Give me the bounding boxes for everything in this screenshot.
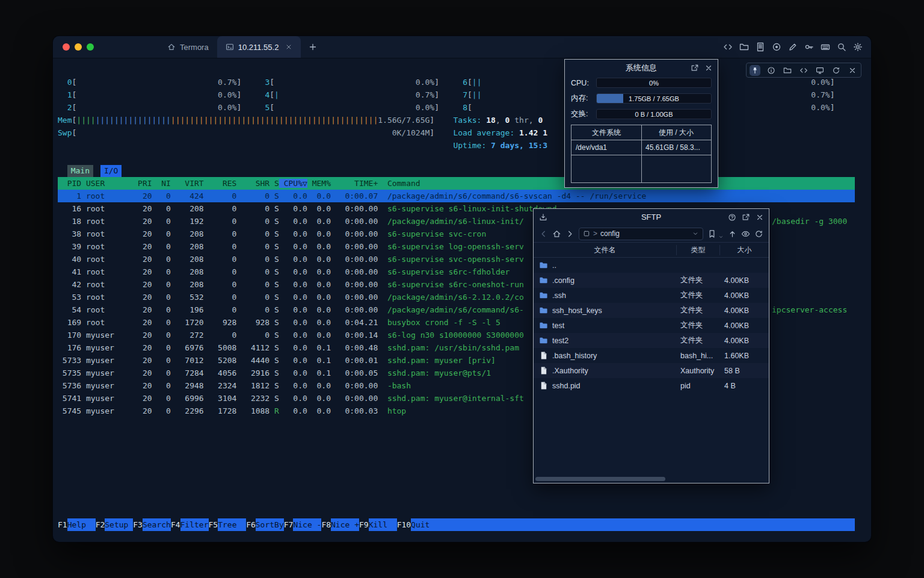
folder-icon: [539, 321, 548, 330]
swap-row: 交换: 0 B / 1.00GB: [571, 109, 712, 119]
file-type: pid: [676, 382, 719, 390]
fn-f4-filter[interactable]: Filter: [180, 518, 209, 531]
fn-f1-help[interactable]: Help: [67, 518, 96, 531]
info-icon[interactable]: [767, 66, 775, 75]
minimize-window-button[interactable]: [75, 43, 82, 51]
cpu-meter-row: 1[ 0.0%] 4[| 0.7%] 7[|| 0.7%] 10[ 0.7%]: [58, 89, 855, 101]
folder-icon[interactable]: [739, 42, 749, 52]
system-info-title: 系统信息: [626, 63, 657, 73]
fn-f3-search[interactable]: Search: [143, 518, 171, 531]
key-icon[interactable]: [804, 42, 814, 52]
close-icon[interactable]: [704, 64, 713, 72]
size-column-header[interactable]: 大小: [719, 245, 769, 255]
help-icon[interactable]: [728, 213, 736, 222]
file-row[interactable]: test文件夹4.00KB: [534, 318, 769, 333]
path-breadcrumb[interactable]: > config: [579, 228, 703, 240]
fn-f5-tree[interactable]: Tree: [218, 518, 246, 531]
file-row[interactable]: .XauthorityXauthority58 B: [534, 363, 769, 378]
scrollbar-thumb[interactable]: [535, 477, 665, 481]
file-row[interactable]: test2文件夹4.00KB: [534, 333, 769, 348]
fn-f8-nice-[interactable]: Nice +: [331, 518, 359, 531]
keyboard-icon[interactable]: [821, 42, 830, 52]
close-icon[interactable]: [756, 213, 764, 222]
search-icon[interactable]: [837, 42, 846, 52]
file-row[interactable]: .bash_historybash_hi...1.60KB: [534, 348, 769, 363]
fn-f9-kill[interactable]: Kill: [369, 518, 397, 531]
file-name-cell: ..: [534, 261, 676, 270]
swap-label: 交换:: [571, 109, 596, 119]
window-toolbar: [723, 36, 863, 58]
close-window-button[interactable]: [63, 43, 70, 51]
name-column-header[interactable]: 文件名: [534, 245, 676, 255]
refresh-icon[interactable]: [754, 229, 763, 238]
show-hidden-icon[interactable]: [741, 229, 750, 238]
file-list: ...config文件夹4.00KB.ssh文件夹4.00KBssh_host_…: [534, 258, 769, 393]
tab-termora[interactable]: Termora: [159, 36, 217, 58]
cpu-meter-row: 0[ 0.7%] 3[ 0.0%] 6[|| 0.0%] 9[ 0.0%]: [58, 76, 855, 89]
folder-icon: [539, 336, 548, 345]
home-icon[interactable]: [552, 229, 561, 238]
settings-icon[interactable]: [853, 42, 863, 52]
open-in-window-icon[interactable]: [742, 213, 750, 222]
file-row[interactable]: .config文件夹4.00KB: [534, 273, 769, 288]
fn-f10-quit[interactable]: Quit: [411, 518, 439, 531]
fn-f7-nice-[interactable]: Nice -: [293, 518, 321, 531]
record-icon[interactable]: [772, 42, 781, 52]
htop-tab-io[interactable]: I/O: [100, 165, 122, 177]
chevron-down-icon[interactable]: [692, 230, 699, 237]
download-icon[interactable]: [539, 213, 547, 222]
file-type: 文件夹: [676, 320, 719, 331]
folder-icon: [539, 261, 548, 270]
memory-meter-row: Mem[||||||||||||||||||||||||||||||||||||…: [58, 114, 855, 126]
close-tab-icon[interactable]: [285, 43, 292, 51]
file-icon: [539, 351, 548, 360]
log-icon[interactable]: [756, 42, 765, 52]
fn-f2-setup[interactable]: Setup: [105, 518, 133, 531]
file-name: .Xauthority: [552, 367, 588, 375]
back-icon[interactable]: [539, 229, 548, 238]
tab-10-211-55-2[interactable]: 10.211.55.2: [217, 36, 301, 58]
code-icon[interactable]: [723, 42, 733, 52]
bookmark-icon[interactable]: [707, 229, 716, 238]
bookmark-caret-icon[interactable]: [718, 231, 724, 237]
forward-icon[interactable]: [565, 229, 574, 238]
blank-line: [58, 152, 855, 164]
close-icon[interactable]: [848, 66, 857, 75]
filesystem-row[interactable]: /dev/vda1 45.61GB / 58.3...: [571, 140, 711, 155]
refresh-icon[interactable]: [832, 66, 840, 75]
file-row[interactable]: ..: [534, 258, 769, 273]
process-row[interactable]: 1 root 20 0 424 0 0 S 0.0 0.0 0:00.07 /p…: [58, 190, 855, 202]
swap-usage-bar: 0 B / 1.00GB: [596, 109, 712, 119]
up-directory-icon[interactable]: [728, 229, 737, 238]
open-in-window-icon[interactable]: [691, 64, 699, 72]
horizontal-scrollbar[interactable]: [535, 477, 767, 481]
zoom-window-button[interactable]: [87, 43, 94, 51]
tab-bar: Termora10.211.55.2: [159, 36, 318, 58]
file-row[interactable]: sshd.pidpid4 B: [534, 378, 769, 393]
pin-icon[interactable]: [751, 66, 759, 75]
htop-table-header[interactable]: PID USER PRI NI VIRT RES SHR S CPU%▽ MEM…: [58, 177, 855, 190]
folder-icon[interactable]: [783, 66, 792, 75]
traffic-lights: [63, 36, 94, 58]
new-tab-icon[interactable]: [308, 42, 318, 52]
memory-row: 内存: 1.75GB / 7.65GB: [571, 93, 712, 104]
path-separator: >: [593, 229, 597, 238]
swap-usage-value: 0 B / 1.00GB: [597, 110, 711, 119]
swap-meter-row: Swp[ 0K/1024M] Load average: 1.42 1: [58, 126, 855, 139]
file-name-cell: .config: [534, 276, 676, 285]
fn-f6-sortby[interactable]: SortBy: [256, 518, 284, 531]
system-info-body: CPU: 0% 内存: 1.75GB / 7.65GB 交换: 0 B / 1.…: [565, 76, 718, 183]
display-icon[interactable]: [816, 66, 824, 75]
filesystem-table: 文件系统 使用 / 大小 /dev/vda1 45.61GB / 58.3...: [571, 125, 712, 183]
edit-icon[interactable]: [788, 42, 798, 52]
home-icon: [167, 43, 176, 51]
uptime-row: Uptime: 7 days, 15:3: [58, 139, 855, 152]
code-icon[interactable]: [799, 66, 808, 75]
htop-view-tabs: MainI/O: [58, 164, 855, 177]
file-row[interactable]: ssh_host_keys文件夹4.00KB: [534, 303, 769, 318]
file-row[interactable]: .ssh文件夹4.00KB: [534, 288, 769, 303]
htop-function-bar: F1Help F2Setup F3SearchF4FilterF5Tree F6…: [58, 518, 855, 531]
htop-tab-main[interactable]: Main: [67, 165, 93, 177]
type-column-header[interactable]: 类型: [676, 245, 719, 255]
path-segment[interactable]: config: [600, 229, 620, 238]
